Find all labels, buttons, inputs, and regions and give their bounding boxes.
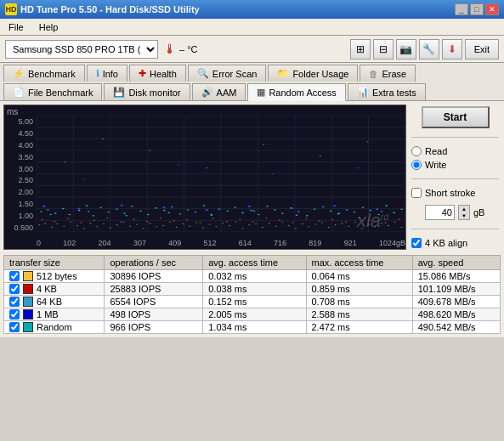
svg-point-39 bbox=[171, 206, 173, 208]
window-title: HD Tune Pro 5.50 - Hard Disk/SSD Utility bbox=[20, 4, 200, 14]
gb-input[interactable] bbox=[425, 205, 455, 220]
cell-max-0: 0.064 ms bbox=[306, 270, 412, 283]
svg-point-93 bbox=[76, 225, 78, 226]
cell-speed-0: 15.086 MB/s bbox=[412, 270, 500, 283]
svg-point-40 bbox=[179, 213, 182, 215]
radio-write[interactable]: Write bbox=[411, 160, 499, 170]
thermometer-icon: 🌡 bbox=[163, 42, 177, 57]
folder-icon: 📁 bbox=[277, 68, 289, 79]
svg-point-153 bbox=[173, 220, 174, 222]
svg-point-99 bbox=[116, 224, 117, 225]
svg-point-59 bbox=[330, 211, 332, 212]
svg-point-157 bbox=[225, 221, 227, 223]
tab-folder-usage[interactable]: 📁 Folder Usage bbox=[268, 65, 358, 82]
align-checkbox[interactable] bbox=[411, 238, 422, 248]
erase-icon: 🗑 bbox=[369, 69, 378, 79]
svg-point-70 bbox=[77, 208, 80, 210]
toolbar-btn-5[interactable]: ⬇ bbox=[442, 39, 462, 59]
toolbar-btn-3[interactable]: 📷 bbox=[396, 39, 416, 59]
file-benchmark-icon: 📄 bbox=[13, 87, 25, 98]
tab-file-benchmark[interactable]: 📄 File Benchmark bbox=[3, 83, 102, 100]
svg-point-161 bbox=[279, 220, 280, 222]
radio-group: Read Write bbox=[411, 146, 499, 170]
tab-erase[interactable]: 🗑 Erase bbox=[360, 65, 416, 82]
table-row: 512 bytes 30896 IOPS 0.032 ms 0.064 ms 1… bbox=[4, 270, 501, 283]
radio-read-input[interactable] bbox=[411, 146, 422, 156]
drive-select[interactable]: Samsung SSD 850 PRO 1TB (1024 gB) bbox=[5, 40, 158, 59]
svg-point-160 bbox=[265, 218, 267, 219]
menu-file[interactable]: File bbox=[5, 21, 27, 33]
row-checkbox-0[interactable] bbox=[9, 271, 20, 281]
svg-point-101 bbox=[129, 225, 131, 226]
svg-point-108 bbox=[176, 227, 178, 228]
svg-point-152 bbox=[160, 218, 161, 219]
align-checkbox-row[interactable]: 4 KB align bbox=[411, 238, 499, 248]
row-checkbox-3[interactable] bbox=[9, 309, 20, 319]
svg-point-90 bbox=[56, 223, 58, 224]
table-row: 4 KB 25883 IOPS 0.038 ms 0.859 ms 101.10… bbox=[4, 283, 501, 296]
y-tick-450: 4.50 bbox=[4, 129, 33, 138]
y-tick-300: 3.00 bbox=[4, 165, 33, 173]
radio-read[interactable]: Read bbox=[411, 146, 499, 156]
svg-point-58 bbox=[322, 206, 325, 208]
cell-ops-0: 30896 IOPS bbox=[105, 270, 203, 283]
svg-point-41 bbox=[187, 209, 190, 211]
svg-point-34 bbox=[131, 206, 133, 207]
radio-write-input[interactable] bbox=[411, 160, 422, 170]
tab-info[interactable]: ℹ Info bbox=[87, 65, 127, 82]
maximize-button[interactable]: □ bbox=[470, 3, 484, 15]
gb-spin-up[interactable]: ▲ bbox=[459, 206, 469, 212]
toolbar-btn-4[interactable]: 🔧 bbox=[419, 39, 439, 59]
exit-button[interactable]: Exit bbox=[465, 39, 499, 59]
radio-read-label: Read bbox=[425, 146, 447, 156]
tab-disk-monitor[interactable]: 💾 Disk monitor bbox=[104, 83, 190, 100]
tab-error-scan[interactable]: 🔍 Error Scan bbox=[188, 65, 267, 82]
svg-point-52 bbox=[274, 209, 276, 211]
svg-point-95 bbox=[89, 223, 91, 223]
svg-point-77 bbox=[376, 208, 378, 210]
start-button[interactable]: Start bbox=[422, 106, 490, 128]
y-tick-500: 5.00 bbox=[4, 117, 33, 126]
short-stroke-checkbox[interactable] bbox=[411, 188, 422, 198]
short-stroke-checkbox-row[interactable]: Short stroke bbox=[411, 188, 499, 198]
svg-point-140 bbox=[388, 225, 389, 226]
row-checkbox-2[interactable] bbox=[9, 297, 20, 307]
menu-help[interactable]: Help bbox=[36, 21, 62, 33]
toolbar-icons: ⊞ ⊟ 📷 🔧 ⬇ Exit bbox=[350, 39, 499, 59]
color-box-2 bbox=[23, 297, 33, 307]
cell-label-2: 64 KB bbox=[4, 296, 105, 308]
tab-health[interactable]: ✚ Health bbox=[129, 65, 186, 82]
table-row: Random 966 IOPS 1.034 ms 2.472 ms 490.54… bbox=[4, 321, 501, 334]
tab-aam[interactable]: 🔊 AAM bbox=[192, 83, 246, 100]
cell-speed-3: 498.620 MB/s bbox=[412, 308, 500, 321]
toolbar-btn-2[interactable]: ⊟ bbox=[373, 39, 394, 59]
svg-point-131 bbox=[328, 227, 330, 228]
svg-point-154 bbox=[186, 219, 188, 221]
cell-avg-3: 2.005 ms bbox=[203, 308, 306, 321]
svg-point-107 bbox=[169, 222, 171, 223]
svg-point-174 bbox=[206, 167, 207, 168]
tab-random-access[interactable]: ▦ Random Access bbox=[247, 83, 345, 101]
svg-point-42 bbox=[195, 212, 197, 213]
gb-spinner: ▲ ▼ bbox=[458, 205, 470, 220]
row-checkbox-1[interactable] bbox=[9, 284, 20, 294]
gb-spin-down[interactable]: ▼ bbox=[459, 212, 469, 219]
close-button[interactable]: ✕ bbox=[485, 3, 499, 15]
tab-benchmark[interactable]: ⚡ Benchmark bbox=[3, 65, 85, 82]
title-bar-left: HD HD Tune Pro 5.50 - Hard Disk/SSD Util… bbox=[5, 3, 200, 15]
svg-point-135 bbox=[354, 222, 356, 223]
title-bar: HD HD Tune Pro 5.50 - Hard Disk/SSD Util… bbox=[0, 0, 504, 19]
tab-extra-tests[interactable]: 📊 Extra tests bbox=[348, 83, 426, 100]
error-scan-icon: 🔍 bbox=[197, 68, 209, 79]
toolbar-btn-1[interactable]: ⊞ bbox=[350, 39, 371, 59]
svg-point-128 bbox=[308, 226, 309, 227]
svg-point-119 bbox=[248, 224, 250, 225]
window-controls[interactable]: _ □ ✕ bbox=[455, 3, 499, 15]
svg-point-124 bbox=[281, 222, 283, 223]
svg-point-38 bbox=[163, 210, 166, 212]
row-checkbox-4[interactable] bbox=[9, 322, 20, 332]
cell-label-1: 4 KB bbox=[4, 283, 105, 296]
minimize-button[interactable]: _ bbox=[455, 3, 468, 15]
svg-point-134 bbox=[348, 225, 349, 226]
color-box-3 bbox=[23, 309, 33, 319]
